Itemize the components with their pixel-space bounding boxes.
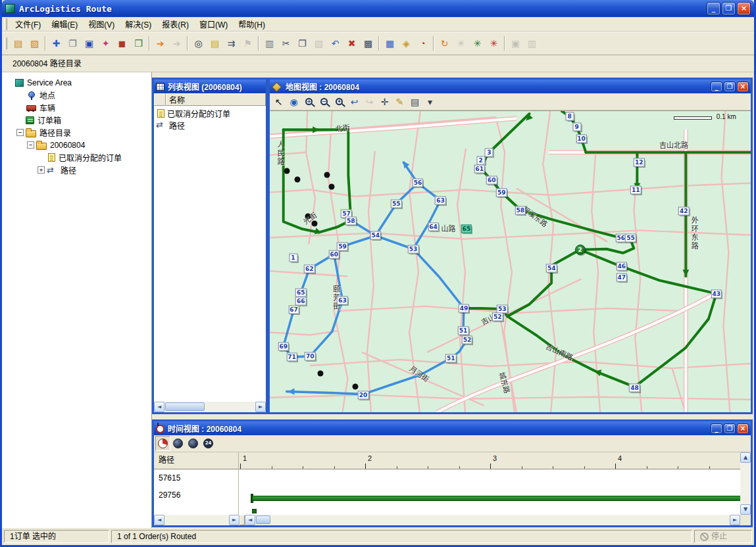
network-select-button[interactable]: ✳: [469, 35, 486, 52]
stop-marker[interactable]: 52: [492, 313, 503, 321]
time-view-button[interactable]: ◔: [415, 35, 431, 52]
scroll-right-button[interactable]: ►: [229, 515, 239, 525]
stop-marker[interactable]: 20: [358, 391, 369, 399]
scroll-thumb[interactable]: [165, 402, 205, 411]
stop-marker[interactable]: 49: [459, 304, 470, 312]
stop-marker[interactable]: 3: [485, 148, 493, 156]
stop-marker[interactable]: 58: [345, 217, 357, 226]
scroll-track[interactable]: [255, 515, 730, 525]
stop-marker[interactable]: 63: [435, 196, 446, 204]
stop-marker[interactable]: 59: [337, 242, 348, 250]
order-dot[interactable]: [324, 172, 330, 178]
stop-marker[interactable]: 61: [474, 165, 485, 174]
stop-marker[interactable]: 67: [288, 305, 299, 314]
tree-item-20060804[interactable]: −20060804: [2, 139, 151, 151]
order-dot[interactable]: [353, 384, 359, 390]
clock-24h-button[interactable]: 24: [201, 436, 216, 451]
tree-expander[interactable]: −: [27, 141, 34, 149]
list-column-blank[interactable]: [154, 93, 166, 106]
delete-button[interactable]: ✖: [343, 35, 360, 52]
network-edit-button[interactable]: ✳: [486, 35, 502, 52]
stop-marker[interactable]: 42: [678, 206, 690, 215]
tree-item-locations[interactable]: 地点: [2, 89, 151, 101]
order-dot[interactable]: [328, 183, 334, 189]
save-button[interactable]: ▣: [81, 35, 97, 52]
stop-marker[interactable]: 62: [304, 265, 315, 274]
stop-marker[interactable]: 66: [295, 297, 307, 305]
locations-button[interactable]: ✦: [97, 35, 114, 52]
stop-marker[interactable]: 47: [616, 274, 627, 282]
tree-item-order-box[interactable]: 订单箱: [2, 114, 151, 126]
unassigned-orders-button[interactable]: ▤: [207, 35, 223, 52]
stop-marker[interactable]: 63: [337, 296, 348, 304]
scroll-down-button[interactable]: ▼: [740, 504, 751, 515]
tree-item-service-area[interactable]: Service Area: [2, 76, 151, 89]
stop-marker[interactable]: 60: [486, 176, 497, 185]
restore-button[interactable]: ❐: [722, 2, 736, 15]
clock-am-button[interactable]: [170, 436, 186, 451]
list-column-name[interactable]: 名称: [166, 93, 266, 106]
order-dot[interactable]: [295, 177, 301, 183]
duplicate-button[interactable]: ❐: [64, 35, 81, 52]
scroll-track[interactable]: [164, 402, 255, 412]
stop-marker[interactable]: 2: [476, 156, 485, 164]
menu-item[interactable]: 报表(R): [157, 17, 194, 31]
vehicles-button[interactable]: ◼: [114, 35, 130, 52]
stop-marker[interactable]: 65: [295, 288, 307, 297]
solve-button[interactable]: ➔: [152, 35, 168, 52]
paste-special-button[interactable]: ▩: [360, 35, 376, 52]
list-view-button[interactable]: ▦: [382, 35, 398, 52]
scroll-up-button[interactable]: ▲: [740, 452, 751, 463]
select-tool-button[interactable]: ↖: [271, 94, 286, 109]
map-view-titlebar[interactable]: 地图视图 : 20060804 _ ❐ ×: [270, 80, 751, 93]
stop-marker[interactable]: 56: [413, 179, 424, 187]
time-view-titlebar[interactable]: 时间视图 : 20060804 _ ❐ ×: [154, 421, 751, 435]
scroll-track[interactable]: [164, 515, 229, 525]
menu-item[interactable]: 编辑(E): [46, 17, 83, 31]
new-button[interactable]: ▤: [10, 35, 26, 52]
zoom-in-button[interactable]: +: [301, 94, 316, 109]
stop-marker[interactable]: 71: [286, 352, 297, 361]
minimize-button[interactable]: _: [711, 423, 722, 434]
stop-marker[interactable]: 1: [289, 253, 297, 262]
menu-item[interactable]: 解决(S): [120, 17, 157, 31]
scroll-left-button[interactable]: ◄: [154, 402, 164, 412]
stop-marker[interactable]: 11: [630, 185, 642, 194]
close-button[interactable]: ×: [737, 82, 749, 92]
route-57615[interactable]: 57615: [154, 469, 238, 487]
order-dot[interactable]: [317, 371, 323, 377]
stop-marker[interactable]: 65: [461, 225, 472, 233]
zoom-out-button[interactable]: −: [316, 94, 332, 109]
build-routes-button[interactable]: ↻: [436, 35, 453, 52]
menu-item[interactable]: 帮助(H): [233, 17, 270, 31]
zoom-to-selected-button[interactable]: ✦: [332, 94, 347, 109]
title-bar[interactable]: ArcLogistics Route _ ❐ ×: [2, 0, 754, 17]
menu-item[interactable]: 窗口(W): [194, 17, 233, 31]
stop-marker[interactable]: 43: [711, 289, 722, 298]
minimize-button[interactable]: _: [707, 2, 720, 15]
measure-button[interactable]: ✎: [392, 94, 407, 109]
stop-marker[interactable]: 59: [496, 188, 507, 197]
stop-marker[interactable]: 46: [616, 262, 627, 271]
stop-marker[interactable]: 9: [572, 123, 581, 131]
maximize-button[interactable]: ❐: [724, 423, 736, 434]
timeline-area[interactable]: 1234: [239, 452, 740, 515]
stop-marker[interactable]: 48: [629, 383, 640, 392]
stop-marker[interactable]: 53: [497, 304, 508, 313]
cut-button[interactable]: ✂: [278, 35, 294, 52]
close-button[interactable]: ×: [737, 2, 751, 15]
pan-button[interactable]: ✛: [377, 94, 392, 109]
map-view-button[interactable]: ◈: [398, 35, 415, 52]
tree-expander[interactable]: −: [16, 129, 24, 136]
stop-marker[interactable]: 70: [305, 352, 316, 360]
tree-expander[interactable]: +: [38, 166, 45, 174]
route-bar[interactable]: [252, 496, 740, 501]
list-item-routes[interactable]: 路径: [154, 119, 266, 131]
scroll-right-button[interactable]: ►: [730, 515, 740, 525]
clock-pm-button[interactable]: [186, 436, 201, 451]
minimize-button[interactable]: _: [711, 82, 722, 92]
stop-marker[interactable]: 54: [546, 264, 557, 273]
previous-extent-button[interactable]: ↩: [347, 94, 362, 109]
stop-marker[interactable]: 10: [576, 134, 587, 143]
stop-marker[interactable]: 64: [428, 223, 439, 231]
